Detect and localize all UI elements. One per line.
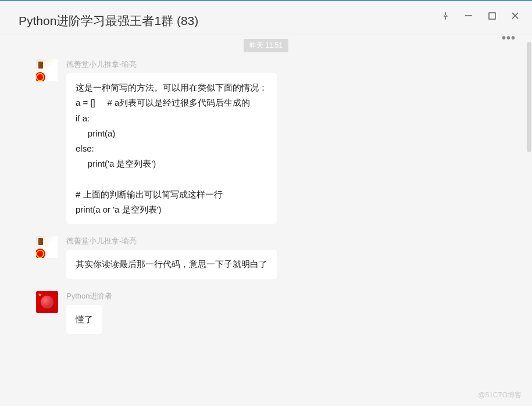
close-icon[interactable] [510,10,520,21]
avatar[interactable] [36,236,58,258]
avatar[interactable] [36,59,58,81]
message-row: 德善堂小儿推拿-瑜亮 这是一种简写的方法。可以用在类似下面的情况： a = []… [36,59,520,224]
more-menu-icon[interactable]: ••• [502,31,516,45]
message-bubble[interactable]: 这是一种简写的方法。可以用在类似下面的情况： a = [] # a列表可以是经过… [66,73,277,224]
message-content: 德善堂小儿推拿-瑜亮 其实你读读最后那一行代码，意思一下子就明白了 [66,236,305,279]
message-text: 懂了 [76,314,93,324]
chat-area: 昨天 11:51 德善堂小儿推拿-瑜亮 这是一种简写的方法。可以用在类似下面的情… [0,34,532,398]
watermark: @51CTO博客 [478,390,522,400]
message-text: 这是一种简写的方法。可以用在类似下面的情况： a = [] # a列表可以是经过… [76,80,267,217]
titlebar: Python进阶学习最强王者1群 (83) [0,1,532,34]
scrollbar-track [526,42,532,406]
maximize-icon[interactable] [487,10,497,21]
chat-title: Python进阶学习最强王者1群 (83) [19,13,198,29]
timestamp-text: 昨天 11:51 [244,39,288,52]
sender-name: 德善堂小儿推拿-瑜亮 [66,236,305,246]
minimize-icon[interactable] [463,10,474,21]
message-text: 其实你读读最后那一行代码，意思一下子就明白了 [76,259,267,269]
message-bubble[interactable]: 懂了 [66,305,102,334]
message-row: 德善堂小儿推拿-瑜亮 其实你读读最后那一行代码，意思一下子就明白了 [36,236,520,279]
message-bubble[interactable]: 其实你读读最后那一行代码，意思一下子就明白了 [66,250,277,279]
pin-icon[interactable] [440,10,451,21]
avatar[interactable] [36,291,58,313]
message-row: Python进阶者 懂了 [36,291,520,334]
message-content: Python进阶者 懂了 [66,291,305,334]
sender-name: Python进阶者 [66,291,305,301]
window-controls [440,10,520,21]
scrollbar-thumb[interactable] [527,42,531,152]
sender-name: 德善堂小儿推拿-瑜亮 [66,59,305,70]
message-content: 德善堂小儿推拿-瑜亮 这是一种简写的方法。可以用在类似下面的情况： a = []… [66,59,305,224]
timestamp-badge: 昨天 11:51 [12,39,520,52]
svg-rect-1 [489,13,495,19]
